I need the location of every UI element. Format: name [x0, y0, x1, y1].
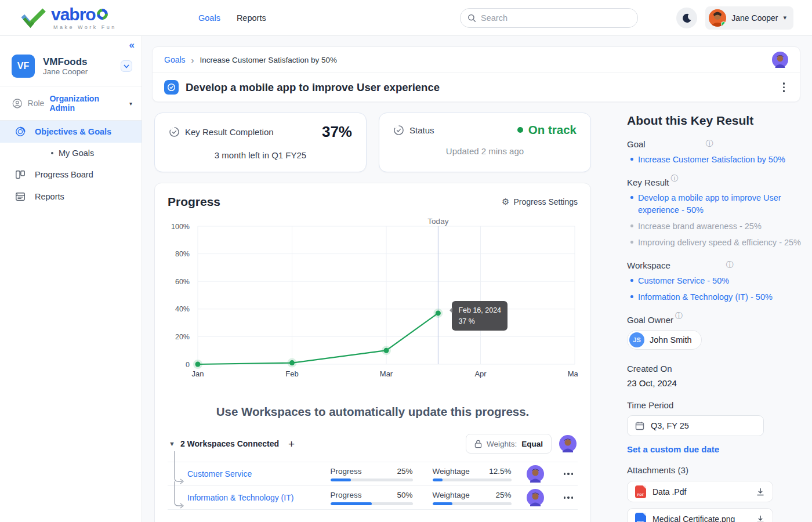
goal-owner-pill[interactable]: JS John Smith — [627, 330, 702, 350]
role-selector[interactable]: Role Organization Admin ▾ — [0, 86, 142, 120]
info-icon[interactable]: ⓘ — [671, 173, 679, 184]
info-icon[interactable]: ⓘ — [726, 260, 734, 270]
key-result-icon — [164, 80, 179, 95]
completion-subtext: 3 month left in Q1 FY25 — [169, 150, 352, 160]
weightage-value: 12.5% — [489, 467, 511, 476]
key-result-title-row: Develop a mobile app to improve User exp… — [153, 72, 800, 102]
svg-text:40%: 40% — [175, 305, 190, 313]
brand-name: vabro — [51, 6, 117, 23]
person-avatar-image — [527, 489, 544, 506]
png-file-icon: PNG — [635, 513, 646, 522]
more-options-kebab-icon[interactable] — [780, 80, 789, 95]
progress-bar — [331, 502, 413, 505]
about-title: About this Key Result — [627, 114, 802, 128]
add-workspace-button[interactable]: + — [288, 438, 295, 449]
weightage-column-label: Weightage — [433, 491, 470, 499]
person-avatar-image — [559, 435, 577, 452]
status-card: Status On track Updated 2 mins ago — [379, 113, 591, 172]
info-icon[interactable]: ⓘ — [706, 139, 713, 149]
person-avatar-image — [772, 52, 788, 68]
svg-text:Mar: Mar — [380, 369, 393, 378]
sidebar-item-progress-board[interactable]: Progress Board — [0, 164, 142, 186]
goal-section-label: Goalⓘ — [627, 139, 802, 149]
tooltip-value: 37 % — [458, 316, 501, 327]
key-result-item[interactable]: Develop a mobile app to improve User exp… — [627, 192, 802, 216]
collapse-caret-icon[interactable]: ▼ — [169, 440, 175, 447]
breadcrumb-goals-link[interactable]: Goals — [164, 55, 186, 64]
goal-owner-avatar[interactable] — [772, 52, 788, 68]
progress-value: 25% — [397, 467, 412, 476]
nav-reports[interactable]: Reports — [237, 13, 266, 23]
org-avatar: VF — [12, 55, 35, 78]
brand-logo[interactable]: vabro Make Work Fun — [0, 6, 186, 30]
attachment-name: Medical Certificate.png — [652, 514, 735, 522]
progress-settings-button[interactable]: ⚙ Progress Settings — [502, 197, 578, 207]
sidebar-collapse-icon[interactable]: « — [129, 39, 135, 51]
page-title: Develop a mobile app to improve User exp… — [186, 81, 440, 94]
sidebar-item-objectives-goals[interactable]: Objectives & Goals — [0, 121, 142, 143]
info-icon[interactable]: ⓘ — [675, 311, 683, 321]
org-expand-button[interactable] — [121, 60, 132, 72]
svg-text:60%: 60% — [175, 278, 190, 286]
breadcrumb-current: Increase Customer Satisfaction by 50% — [200, 56, 337, 64]
search-box[interactable] — [460, 8, 638, 28]
top-nav: Goals Reports — [198, 13, 266, 23]
org-switcher: VF VMFoods Jane Cooper — [0, 36, 142, 86]
person-avatar-image — [527, 465, 544, 483]
completion-value: 37% — [322, 123, 352, 141]
progress-metric: Progress 50% — [331, 491, 413, 505]
row-options-kebab-icon[interactable] — [563, 493, 575, 502]
workspace-avatar[interactable] — [527, 489, 544, 506]
time-period-select[interactable]: Q3, FY 25 — [627, 415, 764, 436]
search-input[interactable] — [481, 13, 630, 23]
sidebar-item-reports[interactable]: Reports — [0, 186, 142, 208]
goal-owner-section-label: Goal Ownerⓘ — [627, 314, 802, 325]
progress-metric: Progress 25% — [331, 467, 413, 481]
attachments-label: Attachments (3) — [627, 465, 802, 475]
sidebar-item-label: Progress Board — [35, 170, 93, 179]
breadcrumb: Goals › Increase Customer Satisfaction b… — [153, 47, 800, 72]
attachment-item[interactable]: PNG Medical Certificate.png — [627, 508, 773, 522]
sidebar-item-my-goals[interactable]: My Goals — [0, 143, 142, 164]
key-result-section-label: Key Resultⓘ — [627, 177, 802, 187]
app-root: vabro Make Work Fun Goals Reports — [0, 0, 812, 522]
member-avatar[interactable] — [559, 435, 577, 452]
row-options-kebab-icon[interactable] — [563, 469, 575, 478]
attachment-item[interactable]: PDF Data .Pdf — [627, 481, 773, 502]
chevron-down-icon — [124, 64, 129, 68]
workspaces-connected-label: 2 Workspaces Connected — [180, 439, 279, 448]
svg-text:Apr: Apr — [474, 369, 487, 378]
workspace-link[interactable]: Information & Technology (IT) - 50% — [627, 291, 802, 303]
workspaces-table: Customer Service Progress 25% Weightage … — [168, 462, 578, 510]
role-label: Role — [28, 99, 45, 108]
download-button[interactable] — [756, 514, 765, 522]
pdf-file-icon: PDF — [635, 485, 646, 498]
weightage-bar — [433, 502, 512, 505]
user-avatar — [709, 9, 726, 27]
weightage-bar — [433, 478, 512, 481]
workspaces-heading: Use Workspaces to automatically update t… — [168, 405, 578, 419]
owner-name: John Smith — [650, 335, 692, 345]
workspace-link[interactable]: Customer Service - 50% — [627, 275, 802, 287]
workspace-link[interactable]: Customer Service — [187, 469, 331, 478]
key-result-item: Increase brand awareness - 25% — [627, 220, 802, 233]
weights-button[interactable]: Weights: Equal — [466, 434, 552, 454]
progress-chart: 020%40%60%80%100%JanFebMarAprMayToday Fe… — [168, 218, 578, 390]
dark-mode-toggle[interactable] — [676, 8, 697, 28]
workspace-avatar[interactable] — [527, 465, 544, 483]
weightage-value: 25% — [495, 491, 511, 499]
workspace-link[interactable]: Information & Technology (IT) — [187, 493, 331, 502]
weights-label: Weights: — [487, 440, 517, 448]
download-button[interactable] — [756, 487, 765, 496]
progress-bar — [331, 478, 413, 481]
nav-goals[interactable]: Goals — [198, 13, 220, 23]
sidebar-item-label: My Goals — [59, 148, 94, 158]
goal-link[interactable]: Increase Customer Satisfaction by 50% — [627, 154, 802, 166]
user-menu[interactable]: Jane Cooper ▾ — [705, 6, 793, 30]
custom-due-date-link[interactable]: Set a custom due date — [627, 444, 719, 454]
download-icon — [756, 514, 765, 522]
gear-icon: ⚙ — [502, 197, 509, 207]
line-chart: 020%40%60%80%100%JanFebMarAprMayToday — [168, 218, 578, 387]
breadcrumb-chevron-icon: › — [191, 55, 194, 65]
owner-initials-avatar: JS — [629, 332, 644, 347]
